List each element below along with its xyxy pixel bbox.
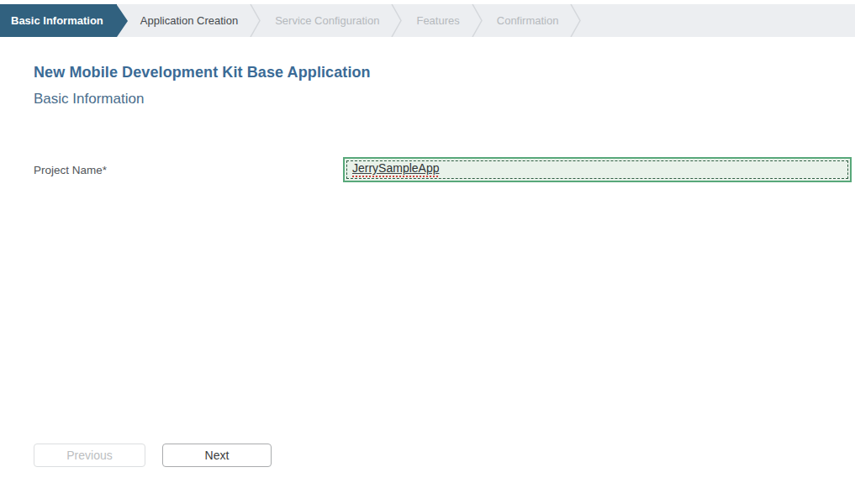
chevron-right-icon [249, 4, 262, 37]
project-name-input[interactable]: JerrySampleApp [343, 157, 852, 182]
wizard-step-bar: Basic Information Application Creation S… [0, 4, 855, 37]
project-name-label: Project Name* [34, 164, 343, 176]
wizard-step-confirmation: Confirmation [484, 4, 570, 37]
page-title: New Mobile Development Kit Base Applicat… [34, 64, 838, 81]
step-label: Basic Information [11, 14, 103, 27]
previous-button[interactable]: Previous [34, 444, 145, 467]
wizard-header: New Mobile Development Kit Base Applicat… [34, 64, 838, 108]
step-label: Application Creation [140, 14, 238, 27]
wizard-page: Basic Information Application Creation S… [0, 0, 855, 504]
wizard-step-service-configuration: Service Configuration [262, 4, 390, 37]
page-subtitle: Basic Information [34, 91, 838, 108]
step-label: Service Configuration [275, 14, 379, 27]
wizard-footer: Previous Next [34, 444, 272, 467]
wizard-step-features: Features [404, 4, 470, 37]
step-label: Confirmation [497, 14, 559, 27]
project-name-form-row: Project Name* JerrySampleApp [34, 157, 852, 182]
wizard-step-basic-information[interactable]: Basic Information [0, 4, 117, 37]
chevron-right-icon [390, 4, 404, 37]
chevron-right-icon [569, 4, 583, 37]
project-name-value: JerrySampleApp [352, 162, 440, 176]
step-label: Features [416, 14, 459, 27]
chevron-right-icon [471, 4, 484, 37]
next-button[interactable]: Next [162, 444, 272, 467]
active-step-arrow-icon [117, 5, 128, 37]
wizard-step-application-creation[interactable]: Application Creation [128, 4, 249, 37]
